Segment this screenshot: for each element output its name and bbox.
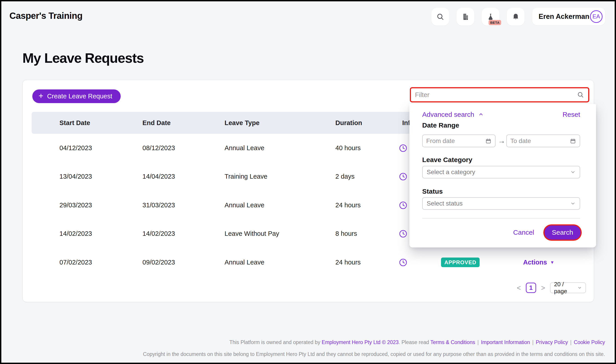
actions-dropdown[interactable]: Actions ▼ [523,248,554,277]
search-icon [436,13,444,21]
page-number-button[interactable]: 1 [526,283,536,293]
user-menu[interactable]: Eren Ackerman EA [532,8,605,25]
leave-category-value: Select a category [427,169,475,176]
separator: | [532,339,534,345]
beta-features-button[interactable]: BETA [482,8,499,26]
clock-info-icon[interactable] [399,258,408,267]
status-badge: APPROVED [441,258,480,267]
cell-duration: 2 days [335,162,354,191]
chevron-down-icon [577,286,582,290]
plus-icon: + [39,92,43,100]
cell-start-date: 04/12/2023 [59,134,92,162]
to-date-input[interactable] [510,137,570,144]
create-leave-request-label: Create Leave Request [47,92,112,100]
owner-link[interactable]: Employment Hero Pty Ltd © 2023 [322,339,399,345]
cell-leave-type: Annual Leave [225,134,264,162]
cell-leave-type: Annual Leave [225,191,264,220]
important-info-link[interactable]: Important Information [481,339,530,345]
footer-text: . Please read [399,339,430,345]
page-title: My Leave Requests [22,50,144,66]
col-duration: Duration [335,112,362,134]
caret-down-icon: ▼ [550,260,554,265]
from-date-input[interactable] [426,137,485,144]
chevron-up-icon [478,112,484,117]
organisation-button[interactable] [456,8,474,26]
leave-category-label: Leave Category [422,156,472,164]
clock-info-icon[interactable] [399,172,408,181]
advanced-search-toggle[interactable]: Advanced search [422,111,484,118]
cell-start-date: 07/02/2023 [59,248,92,277]
avatar: EA [590,10,603,23]
date-range-label: Date Range [422,121,459,129]
status-value: Select status [427,200,463,207]
cell-end-date: 31/03/2023 [142,191,175,220]
col-leave-type: Leave Type [225,112,260,134]
cell-start-date: 14/02/2023 [59,220,92,248]
cookie-link[interactable]: Cookie Policy [574,339,605,345]
beta-badge: BETA [489,20,501,25]
footer-copyright-line: Copyright in the documents on this site … [143,351,605,357]
page-size-value: 20 / page [554,281,577,295]
calendar-icon [485,138,492,144]
privacy-link[interactable]: Privacy Policy [536,339,568,345]
filter-input[interactable] [415,91,577,99]
building-icon [461,13,469,21]
arrow-right-icon: → [497,134,506,147]
separator: | [570,339,572,345]
search-icon [577,91,584,98]
cell-duration: 40 hours [335,134,361,162]
create-leave-request-button[interactable]: + Create Leave Request [32,90,121,103]
user-name: Eren Ackerman [539,13,589,21]
cell-leave-type: Training Leave [225,162,268,191]
clock-info-icon[interactable] [399,201,408,210]
chevron-down-icon [570,201,576,206]
search-button-highlighted[interactable]: Search [544,225,581,240]
footer-legal-line: This Platform is owned and operated by E… [229,339,605,345]
terms-link[interactable]: Terms & Conditions [430,339,475,345]
divider [422,218,580,219]
cell-end-date: 09/02/2023 [142,248,175,277]
cell-leave-type: Leave Without Pay [225,220,279,248]
next-page-button[interactable]: > [541,285,545,291]
app-title: Casper's Training [9,11,82,21]
flask-icon [487,13,495,21]
footer-text: This Platform is owned and operated by [229,339,322,345]
cell-end-date: 14/04/2023 [142,162,175,191]
cell-end-date: 14/02/2023 [142,220,175,248]
page-size-select[interactable]: 20 / page [550,282,586,293]
table-row: 07/02/2023 09/02/2023 Annual Leave 24 ho… [32,248,585,277]
advanced-search-label: Advanced search [422,111,474,118]
separator: | [477,339,479,345]
cancel-button[interactable]: Cancel [513,229,534,236]
bell-icon [512,13,520,21]
pagination: < 1 > 20 / page [517,282,586,293]
cell-duration: 24 hours [335,248,361,277]
clock-info-icon[interactable] [399,229,408,238]
cell-duration: 24 hours [335,191,361,220]
leave-category-select[interactable]: Select a category [422,166,580,178]
cell-duration: 8 hours [335,220,357,248]
from-date-field[interactable] [422,134,495,147]
status-label: Status [422,188,443,195]
cell-start-date: 13/04/2023 [59,162,92,191]
notifications-button[interactable] [507,8,524,26]
cell-leave-type: Annual Leave [225,248,264,277]
search-button[interactable] [431,8,449,26]
col-end-date: End Date [142,112,171,134]
filter-input-highlighted[interactable] [410,87,589,103]
cell-start-date: 29/03/2023 [59,191,92,220]
page: Casper's Training BETA [1,1,615,363]
clock-info-icon[interactable] [399,144,408,153]
advanced-search-panel: Advanced search Reset Date Range → [409,104,596,247]
status-select[interactable]: Select status [422,197,580,210]
to-date-field[interactable] [506,134,580,147]
prev-page-button[interactable]: < [517,285,521,291]
cell-end-date: 08/12/2023 [142,134,175,162]
chevron-down-icon [570,169,576,175]
actions-label: Actions [523,259,547,266]
reset-link[interactable]: Reset [562,111,580,118]
col-start-date: Start Date [59,112,90,134]
calendar-icon [570,138,576,144]
